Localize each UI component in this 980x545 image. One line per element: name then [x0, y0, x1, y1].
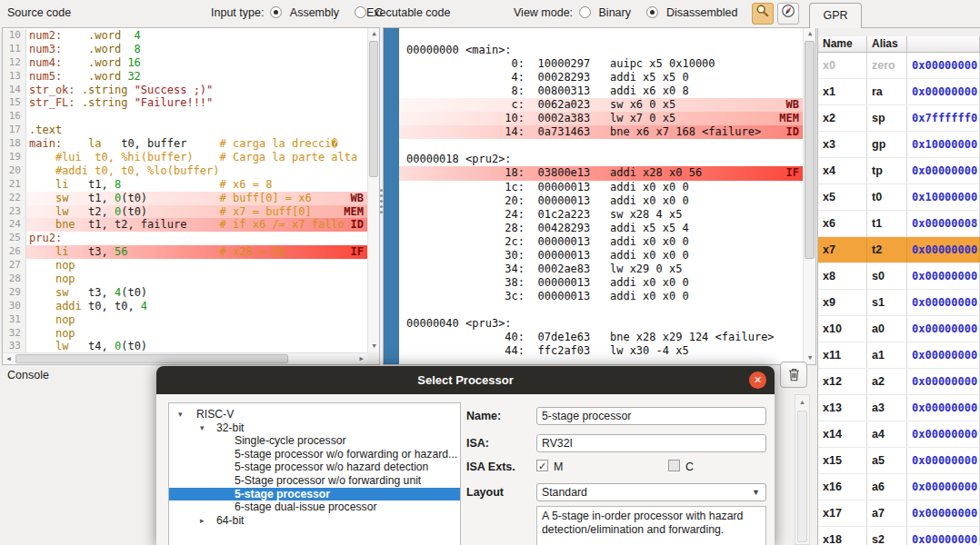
tree-item-label[interactable]: 5-Stage processor w/o forwarding unit [169, 474, 421, 487]
register-row-x2[interactable]: x2sp0x7ffffff0 [818, 105, 980, 132]
register-name[interactable]: x15 [818, 448, 867, 473]
register-value[interactable]: 0x00000000 [907, 237, 980, 263]
column-header-value[interactable] [907, 36, 980, 52]
tree-item-label[interactable]: 5-stage processor w/o forwarding or haza… [169, 448, 457, 461]
line-number[interactable]: 19 [3, 151, 26, 164]
tree-item-label[interactable]: 32-bit [169, 421, 245, 434]
line-number[interactable]: 24 [3, 218, 26, 232]
register-name[interactable]: x8 [818, 263, 867, 289]
register-alias[interactable]: gp [867, 132, 907, 157]
register-row-x11[interactable]: x11a10x00000000 [818, 342, 980, 369]
line-number[interactable]: 18 [3, 137, 26, 151]
program-vertical-scrollbar[interactable]: ▲ ▼ [803, 28, 815, 364]
register-name[interactable]: x5 [818, 184, 867, 210]
register-name[interactable]: x18 [818, 527, 867, 545]
register-value[interactable]: 0x00000000 [907, 263, 980, 289]
radio-c[interactable] [355, 6, 366, 18]
register-alias[interactable]: a1 [867, 342, 907, 368]
tree-item-32-bit[interactable]: ▾32-bit [169, 421, 460, 435]
checkbox-c-label[interactable]: C [685, 461, 694, 473]
source-code-editor[interactable]: 10num2: .word 411num3: .word 812num4: .w… [2, 27, 380, 365]
line-number[interactable]: 15 [3, 96, 26, 110]
register-value[interactable]: 0x00000000 [907, 342, 980, 368]
register-name[interactable]: x9 [818, 290, 867, 315]
expander-closed-icon[interactable]: ▸ [200, 514, 205, 528]
expander-open-icon[interactable]: ▾ [178, 408, 183, 421]
register-value[interactable]: 0x10000000 [907, 132, 980, 157]
console-vertical-scrollbar[interactable]: ▲ [795, 394, 810, 545]
radio-assembly[interactable] [270, 6, 282, 18]
column-header-name[interactable]: Name [818, 36, 867, 52]
register-row-x15[interactable]: x15a50x00000000 [818, 448, 980, 474]
layout-dropdown[interactable]: Standard ▼ [536, 483, 766, 501]
register-row-x5[interactable]: x5t00x10000000 [818, 184, 980, 211]
tree-item-label[interactable]: 5-stage processor w/o hazard detection [169, 461, 428, 473]
checkbox-m-label[interactable]: M [554, 461, 563, 473]
register-value[interactable]: 0x00000000 [907, 369, 980, 394]
register-value[interactable]: 0x00000000 [907, 395, 980, 421]
line-number[interactable]: 27 [3, 259, 26, 272]
register-row-x6[interactable]: x6t10x00000008 [818, 211, 980, 237]
clear-console-button[interactable] [780, 362, 807, 388]
register-value[interactable]: 0x00000000 [907, 53, 980, 78]
register-value[interactable]: 0x00000000 [907, 158, 980, 183]
line-number[interactable]: 21 [3, 178, 26, 192]
register-value[interactable]: 0x00000000 [907, 527, 980, 545]
register-row-x8[interactable]: x8s00x00000000 [818, 263, 980, 290]
register-value[interactable]: 0x00000000 [907, 448, 980, 473]
name-input[interactable] [536, 407, 766, 425]
line-number[interactable]: 31 [3, 313, 26, 327]
dialog-title[interactable]: Select Processor [156, 366, 775, 394]
editor-hscroll-thumb[interactable] [15, 354, 288, 363]
register-name[interactable]: x6 [818, 211, 867, 236]
register-alias[interactable]: a2 [867, 369, 907, 394]
scroll-right-arrow-icon[interactable]: ▶ [355, 353, 367, 365]
tree-item-5-stage-processor[interactable]: 5-stage processor [169, 488, 460, 501]
register-row-x16[interactable]: x16a60x00000000 [818, 474, 980, 500]
radio-binary-label[interactable]: Binary [599, 6, 631, 19]
isa-input[interactable] [536, 434, 766, 452]
register-alias[interactable]: t1 [867, 211, 907, 236]
register-value[interactable]: 0x00000000 [907, 79, 980, 104]
column-header-alias[interactable]: Alias [867, 36, 907, 52]
checkbox-c[interactable] [668, 460, 680, 471]
register-value[interactable]: 0x00000000 [907, 290, 980, 315]
tree-item-label[interactable]: 6-stage dual-issue processor [169, 500, 377, 513]
line-number[interactable]: 11 [3, 43, 26, 56]
register-row-x0[interactable]: x0zero0x00000000 [818, 53, 980, 79]
register-value[interactable]: 0x00000000 [907, 474, 980, 500]
line-number[interactable]: 22 [3, 192, 26, 205]
register-table[interactable]: Name Alias x0zero0x00000000x1ra0x0000000… [818, 36, 980, 545]
checkbox-m[interactable]: ✓ [536, 460, 548, 471]
scroll-up-arrow-icon[interactable]: ▲ [368, 28, 380, 40]
register-row-x3[interactable]: x3gp0x10000000 [818, 132, 980, 158]
register-alias[interactable]: a4 [867, 421, 907, 447]
line-number[interactable]: 16 [3, 110, 26, 124]
line-number[interactable]: 26 [3, 245, 26, 259]
editor-horizontal-scrollbar[interactable]: ◀ ▶ [3, 352, 367, 364]
expander-open-icon[interactable]: ▾ [200, 421, 205, 435]
scroll-left-arrow-icon[interactable]: ◀ [3, 353, 15, 365]
line-number[interactable]: 23 [3, 205, 26, 219]
register-name[interactable]: x11 [818, 342, 867, 368]
register-row-x18[interactable]: x18s20x00000000 [818, 527, 980, 545]
breakpoint-gutter[interactable] [384, 28, 399, 364]
register-alias[interactable]: s1 [867, 290, 907, 315]
line-number[interactable]: 10 [3, 29, 26, 43]
center-view-button[interactable] [777, 3, 799, 25]
line-number[interactable]: 32 [3, 327, 26, 341]
tab-gpr[interactable]: GPR [809, 3, 862, 28]
register-alias[interactable]: a6 [867, 474, 907, 500]
register-row-x9[interactable]: x9s10x00000000 [818, 290, 980, 316]
register-value[interactable]: 0x7ffffff0 [907, 105, 980, 131]
register-row-x4[interactable]: x4tp0x00000000 [818, 158, 980, 184]
tree-item-64-bit[interactable]: ▸64-bit [169, 514, 460, 528]
register-value[interactable]: 0x00000000 [907, 500, 980, 526]
tree-item-5-stage-processor-w-o-forwarding-or-hazard[interactable]: 5-stage processor w/o forwarding or haza… [169, 448, 460, 461]
scroll-up-arrow-icon[interactable]: ▲ [795, 396, 809, 409]
editor-vscroll-thumb[interactable] [369, 41, 378, 177]
register-row-x17[interactable]: x17a70x00000000 [818, 500, 980, 527]
register-name[interactable]: x17 [818, 500, 867, 526]
register-name[interactable]: x7 [818, 237, 867, 263]
register-row-x13[interactable]: x13a30x00000000 [818, 395, 980, 421]
